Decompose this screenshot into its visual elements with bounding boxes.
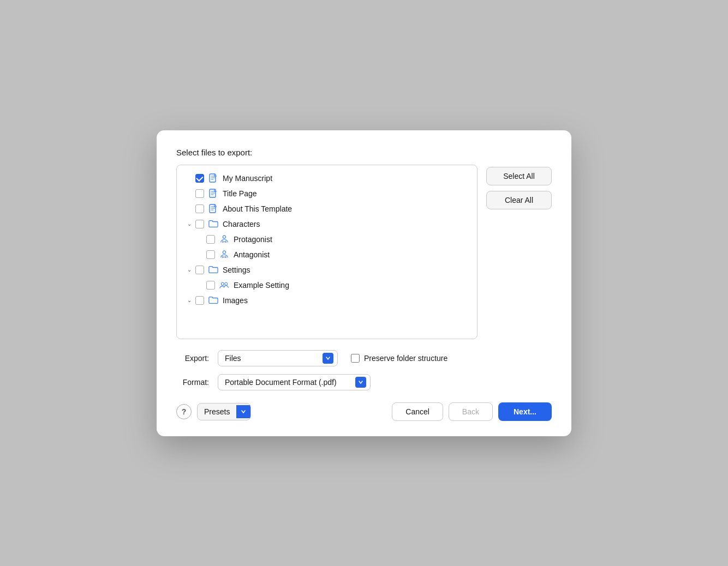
checkbox-images[interactable] — [195, 296, 204, 305]
help-button[interactable]: ? — [176, 404, 192, 419]
file-item-title-page[interactable]: Title Page — [177, 186, 477, 201]
file-item-characters[interactable]: ⌄ Characters — [177, 216, 477, 232]
checkbox-protagonist[interactable] — [206, 235, 215, 244]
select-all-button[interactable]: Select All — [486, 167, 552, 185]
export-row: Export: Files Preserve folder structure — [176, 350, 552, 366]
svg-point-4 — [225, 282, 228, 285]
format-select[interactable]: Portable Document Format (.pdf) — [218, 374, 371, 390]
format-row: Format: Portable Document Format (.pdf) — [176, 374, 552, 390]
file-item-settings[interactable]: ⌄ Settings — [177, 262, 477, 278]
export-select-wrapper: Files — [218, 350, 338, 366]
chevron-characters[interactable]: ⌄ — [186, 220, 193, 228]
presets-button[interactable]: Presets — [197, 403, 251, 420]
checkbox-example-setting[interactable] — [206, 281, 215, 290]
checkbox-characters[interactable] — [195, 220, 204, 228]
label-example-setting: Example Setting — [234, 281, 289, 290]
folder-icon-images — [208, 296, 218, 305]
label-settings: Settings — [223, 266, 250, 274]
format-select-wrapper: Portable Document Format (.pdf) — [218, 374, 371, 390]
dialog-title: Select files to export: — [176, 148, 552, 157]
clear-all-button[interactable]: Clear All — [486, 191, 552, 209]
checkbox-title-page[interactable] — [195, 189, 204, 198]
folder-icon-characters — [208, 219, 218, 229]
file-item-antagonist[interactable]: Antagonist — [177, 247, 477, 262]
checkbox-antagonist[interactable] — [206, 250, 215, 259]
preserve-checkbox[interactable] — [351, 354, 360, 363]
label-title-page: Title Page — [223, 189, 257, 198]
file-list[interactable]: My Manuscript Title Page — [176, 165, 478, 339]
checkbox-my-manuscript[interactable] — [195, 174, 204, 183]
cancel-button[interactable]: Cancel — [392, 402, 443, 421]
export-select[interactable]: Files — [218, 350, 338, 366]
export-dialog: Select files to export: My Manuscript — [157, 130, 571, 436]
export-label: Export: — [176, 354, 209, 363]
label-my-manuscript: My Manuscript — [223, 174, 272, 183]
label-images: Images — [223, 296, 248, 305]
file-item-protagonist[interactable]: Protagonist — [177, 232, 477, 247]
checkbox-settings[interactable] — [195, 266, 204, 274]
folder-icon-settings — [208, 265, 218, 275]
doc-icon-my-manuscript — [208, 173, 218, 183]
label-antagonist: Antagonist — [234, 250, 270, 259]
file-item-about-template[interactable]: About This Template — [177, 201, 477, 216]
presets-label: Presets — [198, 404, 236, 420]
label-about-template: About This Template — [223, 204, 292, 213]
file-item-my-manuscript[interactable]: My Manuscript — [177, 171, 477, 186]
back-button[interactable]: Back — [449, 402, 493, 421]
file-item-example-setting[interactable]: Example Setting — [177, 278, 477, 293]
chevron-settings[interactable]: ⌄ — [186, 266, 193, 274]
label-characters: Characters — [223, 220, 260, 228]
presets-chevron-icon — [236, 405, 250, 418]
next-button[interactable]: Next... — [498, 402, 552, 421]
char-icon-protagonist — [219, 234, 229, 244]
content-area: My Manuscript Title Page — [176, 165, 552, 339]
side-buttons: Select All Clear All — [486, 165, 552, 339]
doc-icon-about-template — [208, 204, 218, 214]
doc-icon-title-page — [208, 189, 218, 198]
footer: ? Presets Cancel Back Next... — [176, 402, 552, 421]
preserve-folder-row: Preserve folder structure — [351, 354, 447, 363]
file-item-images[interactable]: ⌄ Images — [177, 293, 477, 308]
label-protagonist: Protagonist — [234, 235, 272, 244]
format-label: Format: — [176, 378, 209, 387]
setting-icon-example — [219, 280, 229, 290]
svg-point-3 — [221, 282, 224, 285]
char-icon-antagonist — [219, 250, 229, 260]
checkbox-about-template[interactable] — [195, 204, 204, 213]
preserve-label: Preserve folder structure — [364, 354, 447, 363]
chevron-images[interactable]: ⌄ — [186, 297, 193, 304]
